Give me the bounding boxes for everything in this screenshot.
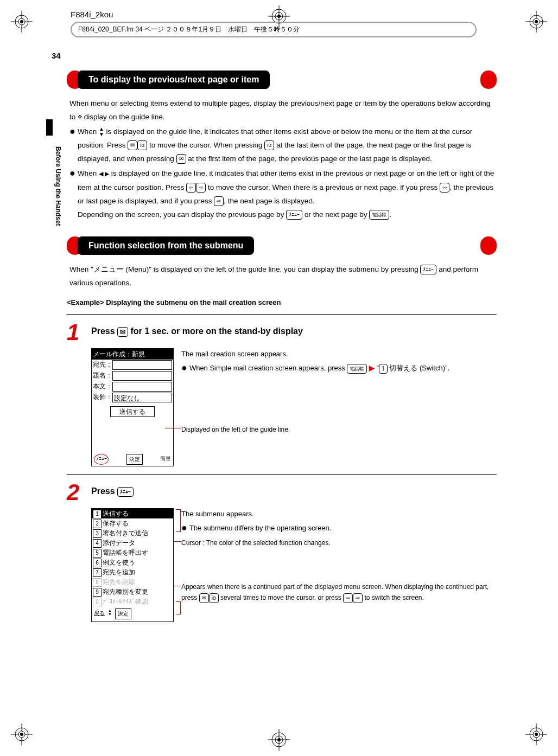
submenu-item: 4添付データ — [92, 538, 173, 548]
submenu-item-number: 7 — [93, 568, 102, 577]
field-to — [112, 360, 172, 370]
menu-key: ﾒﾆｭｰ — [286, 210, 302, 220]
leftright-icon: ◀ ▶ — [99, 170, 109, 177]
submenu-item-number: 6 — [93, 559, 102, 567]
crop-mark-top-right — [525, 11, 547, 33]
ialpha-key-3: iα — [209, 593, 219, 603]
menu-key-2: ﾒﾆｭｰ — [420, 265, 436, 274]
model-label: F884i_2kou — [71, 10, 113, 19]
section1-bullet1: ● When ▲▼ is displayed on the guide line… — [69, 125, 497, 165]
side-tab — [46, 119, 53, 136]
submenu-item: 5電話帳を呼出す — [92, 548, 173, 558]
submenu-item-number: 4 — [93, 539, 102, 548]
step1-desc2: ● When Simple mail creation screen appea… — [181, 361, 497, 375]
separator — [67, 314, 497, 315]
mail-creation-screen: メール作成：新規 宛先： 題名： 本文： 装飾：設定なし 送信する ﾒﾆｭｰ 決… — [91, 348, 174, 466]
section1-intro: When menu or selecting items extend to m… — [69, 97, 497, 124]
submenu-item-label: 例文を使う — [103, 558, 135, 567]
section1-bullet2: ● When ◀ ▶ is displayed on the guide lin… — [69, 166, 497, 221]
side-section-title: Before Using the Handset — [54, 146, 62, 226]
left-key-3: ⇦ — [343, 593, 353, 603]
mail-up-key: ✉ — [128, 140, 137, 150]
submenu-item-number: 2 — [93, 520, 102, 528]
dpad-icon: ✥ — [78, 114, 82, 120]
continued-callout: Appears when there is a continued part o… — [181, 581, 497, 603]
submenu-item: 2保存する — [92, 518, 173, 528]
submenu-item-number: 9 — [93, 588, 102, 597]
crop-mark-bottom-left — [11, 723, 33, 745]
submenu-item-label: 宛先を追加 — [103, 567, 135, 577]
svg-point-6 — [20, 20, 23, 23]
submenu-item-label: 電話帳を呼出す — [103, 548, 148, 558]
updown-icon: ▲▼ — [99, 126, 104, 137]
step2-desc1: The submenu appears. — [181, 508, 497, 520]
arrow-icon: ▶ — [369, 364, 375, 372]
step1-callout: Displayed on the left of the guide line. — [181, 424, 497, 435]
submenu-item-number: 1 — [93, 510, 102, 518]
submenu-item-number: 8 — [93, 578, 102, 587]
submenu-item: 9宛先種別を変更 — [92, 587, 173, 597]
mail-key-icon: ✉ — [117, 327, 128, 337]
softkey-menu: ﾒﾆｭｰ — [94, 454, 109, 465]
submenu-item: 3署名付きで送信 — [92, 528, 173, 538]
field-label-subject: 題名： — [93, 370, 112, 381]
field-label-deco: 装飾： — [93, 392, 112, 403]
right-key: ⇨ — [196, 183, 206, 193]
submenu-item: 7宛先を追加 — [92, 567, 173, 577]
svg-point-27 — [535, 733, 538, 736]
svg-point-20 — [20, 733, 23, 736]
field-deco: 設定なし — [112, 393, 172, 402]
submenu-item-label: 保存する — [103, 518, 129, 528]
field-label-body: 本文： — [93, 381, 112, 392]
key-1: 1 — [379, 364, 388, 374]
step2-desc2: ● The submenu differs by the operating s… — [181, 521, 497, 535]
submenu-softkey-back: 戻る — [94, 608, 105, 619]
submenu-item-label: 添付データ — [103, 538, 135, 548]
ialpha-key-2: iα — [264, 140, 274, 150]
mail-screen-title: メール作成：新規 — [92, 349, 173, 360]
svg-point-32 — [277, 15, 281, 18]
submenu-item: 6例文を使う — [92, 558, 173, 567]
svg-point-13 — [535, 20, 538, 23]
submenu-item: 8宛先を削除 — [92, 577, 173, 587]
field-body — [112, 382, 172, 392]
mail-up-key-3: ✉ — [199, 593, 209, 603]
continued-bracket — [176, 601, 181, 614]
step-1-number: 1 — [67, 322, 91, 343]
step-1-title: Press ✉ for 1 sec. or more on the stand-… — [91, 322, 303, 337]
step-1: 1 Press ✉ for 1 sec. or more on the stan… — [67, 322, 497, 343]
field-subject — [112, 371, 172, 381]
submenu-item-number: 0 — [93, 598, 102, 606]
submenu-softkey-decide: 決定 — [115, 608, 131, 619]
step-2-title: Press ﾒﾆｭｰ — [91, 482, 134, 497]
submenu-footer: 戻る▲▼決定 — [92, 606, 173, 622]
section-header-prevnext: To display the previous/next page or ite… — [67, 71, 497, 89]
center-mark-bottom — [268, 729, 290, 751]
softkey-decide: 決定 — [126, 454, 143, 465]
step-2: 2 Press ﾒﾆｭｰ — [67, 482, 497, 503]
left-key-2: ⇦ — [440, 183, 449, 193]
submenu-item-label: ﾃﾞｺﾒｰﾙｻｲｽﾞ確認 — [103, 597, 148, 606]
mail-up-key-2: ✉ — [176, 154, 186, 164]
svg-point-37 — [277, 738, 281, 741]
page-number: 34 — [52, 51, 61, 60]
field-label-to: 宛先： — [93, 360, 112, 370]
section2-intro: When "メニュー (Menu)" is displayed on the l… — [69, 262, 497, 290]
example-label: <Example> Displaying the submenu on the … — [67, 298, 497, 306]
submenu-item-label: 署名付きで送信 — [103, 528, 148, 538]
submenu-item-number: 3 — [93, 529, 102, 538]
send-button: 送信する — [110, 406, 155, 417]
crop-mark-bottom-right — [525, 723, 547, 745]
step1-desc1: The mail creation screen appears. — [181, 348, 497, 360]
submenu-item-label: 宛先を削除 — [103, 577, 135, 587]
ialpha-key: iα — [137, 140, 147, 150]
cursor-callout: Cursor : The color of the selected funct… — [181, 537, 497, 549]
phonebook-key: 電話帳 — [369, 210, 389, 220]
submenu-item: 0ﾃﾞｺﾒｰﾙｻｲｽﾞ確認 — [92, 597, 173, 606]
cursor-bracket — [176, 509, 181, 532]
section-header-submenu: Function selection from the submenu — [67, 236, 497, 255]
submenu-item-label: 宛先種別を変更 — [103, 587, 148, 597]
menu-key-3: ﾒﾆｭｰ — [117, 487, 134, 497]
submenu-item: 1送信する — [92, 509, 173, 518]
phonebook-key-2: 電話帳 — [347, 364, 367, 374]
